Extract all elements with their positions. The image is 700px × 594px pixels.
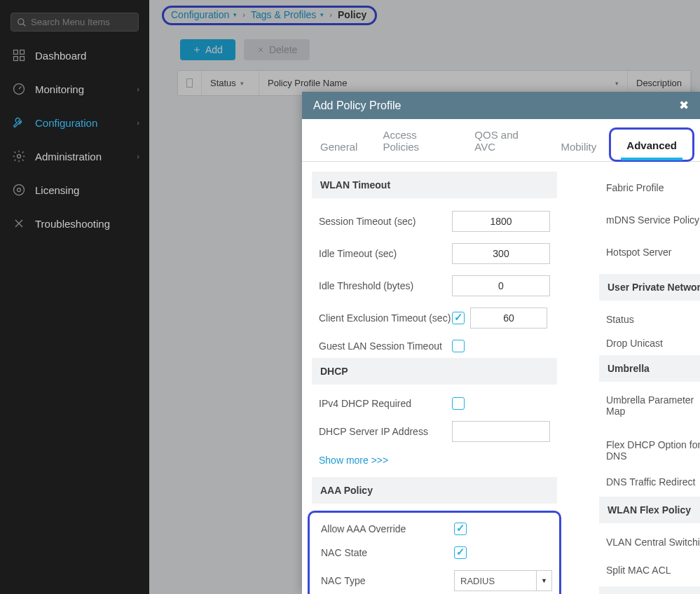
sidebar-item-label: Configuration [35, 117, 97, 129]
row-hotspot: Hotspot Server Search or Select▼ [599, 236, 700, 268]
section-flex-policy: WLAN Flex Policy [599, 497, 700, 523]
wrench-icon [11, 115, 27, 130]
sidebar-item-configuration[interactable]: Configuration › [0, 106, 149, 139]
guest-lan-label: Guest LAN Session Timeout [319, 340, 452, 352]
mdns-label: mDNS Service Policy [606, 214, 700, 226]
row-session-timeout: Session Timeout (sec) [312, 205, 557, 237]
flex-dhcp-label: Flex DHCP Option for DNS [606, 439, 700, 462]
section-upn: User Private Network [599, 274, 700, 301]
svg-point-0 [18, 18, 24, 24]
sidebar-item-label: Administration [35, 151, 102, 163]
chevron-right-icon: › [137, 85, 139, 93]
dns-redirect-label: DNS Traffic Redirect [606, 476, 700, 488]
idle-threshold-input[interactable] [452, 275, 550, 296]
tab-qos-avc[interactable]: QOS and AVC [462, 119, 548, 161]
sidebar-item-label: Dashboard [35, 50, 86, 62]
aaa-override-label: Allow AAA Override [321, 523, 454, 534]
sidebar-item-label: Troubleshooting [35, 218, 110, 230]
sidebar-item-label: Monitoring [35, 83, 84, 95]
row-dhcp-required: IPv4 DHCP Required [312, 392, 557, 415]
sidebar-item-dashboard[interactable]: Dashboard [0, 39, 149, 72]
chevron-right-icon: › [137, 118, 139, 127]
row-aaa-override: Allow AAA Override [314, 517, 555, 541]
row-mdns: mDNS Service Policy Search or Select▼ [599, 204, 700, 236]
sidebar: Dashboard Monitoring › Configuration › A… [0, 0, 149, 594]
idle-threshold-label: Idle Threshold (bytes) [319, 280, 452, 291]
modal-tabs: General Access Policies QOS and AVC Mobi… [302, 119, 700, 162]
nac-type-select[interactable]: RADIUS▼ [454, 570, 552, 591]
row-umbrella-map: Umbrella Parameter Map Not Configured▼ [599, 389, 700, 422]
session-timeout-input[interactable] [452, 211, 550, 232]
sidebar-search[interactable] [11, 13, 139, 32]
svg-rect-2 [14, 50, 18, 55]
row-upn-drop: Drop Unicast [599, 331, 700, 355]
right-column: Fabric Profile Search or Select▼ mDNS Se… [599, 172, 700, 580]
client-exclusion-input[interactable] [470, 308, 547, 329]
nac-type-label: NAC Type [321, 575, 454, 586]
show-more-link[interactable]: Show more >>> [312, 448, 557, 477]
sidebar-item-administration[interactable]: Administration › [0, 139, 149, 173]
section-umbrella: Umbrella [599, 355, 700, 382]
umbrella-map-label: Umbrella Parameter Map [606, 394, 700, 417]
hotspot-label: Hotspot Server [606, 247, 700, 258]
row-upn-status: Status [599, 308, 700, 331]
tab-general[interactable]: General [308, 131, 370, 161]
tab-advanced[interactable]: Advanced [614, 130, 689, 160]
svg-rect-3 [20, 50, 25, 55]
idle-timeout-input[interactable] [452, 243, 550, 264]
row-vlan-switching: VLAN Central Switching [599, 530, 700, 554]
nac-state-checkbox[interactable] [454, 546, 467, 559]
svg-rect-4 [14, 57, 18, 61]
tools-icon [11, 216, 27, 231]
tab-mobility[interactable]: Mobility [548, 131, 609, 161]
search-input[interactable] [31, 17, 132, 27]
tab-access-policies[interactable]: Access Policies [370, 119, 462, 161]
row-dns-redirect: DNS Traffic Redirect IGNORE [599, 467, 700, 497]
row-flex-dhcp: Flex DHCP Option for DNS ENABLED [599, 434, 700, 467]
umbrella-clear-link[interactable]: Clear [599, 421, 700, 431]
row-idle-timeout: Idle Timeout (sec) [312, 237, 557, 270]
dhcp-server-input[interactable] [452, 421, 550, 442]
dhcp-required-checkbox[interactable] [452, 397, 465, 410]
license-icon [11, 182, 27, 198]
sidebar-item-troubleshooting[interactable]: Troubleshooting [0, 207, 149, 240]
svg-point-8 [18, 155, 21, 158]
row-fabric-profile: Fabric Profile Search or Select▼ [599, 172, 700, 204]
row-split-mac: Split MAC ACL Search or Select▼ [599, 554, 700, 586]
svg-point-9 [14, 185, 25, 195]
vlan-switching-label: VLAN Central Switching [606, 537, 700, 548]
fabric-profile-label: Fabric Profile [606, 182, 700, 193]
gear-icon [11, 148, 27, 164]
close-button[interactable]: ✖ [679, 98, 689, 113]
section-wlan-timeout: WLAN Timeout [312, 172, 557, 198]
modal-title: Add Policy Profile [313, 99, 401, 112]
svg-line-1 [23, 23, 26, 26]
sidebar-item-label: Licensing [35, 184, 79, 196]
dhcp-required-label: IPv4 DHCP Required [319, 398, 452, 409]
row-nac-type: NAC Type RADIUS▼ [314, 565, 555, 594]
sidebar-item-licensing[interactable]: Licensing [0, 173, 149, 207]
row-idle-threshold: Idle Threshold (bytes) [312, 270, 557, 302]
aaa-highlight-box: Allow AAA Override NAC State NAC Type RA… [308, 511, 561, 594]
gauge-icon [11, 81, 27, 97]
main-area: Configuration▾ › Tags & Profiles▾ › Poli… [149, 0, 700, 594]
svg-line-7 [19, 87, 21, 89]
guest-lan-checkbox[interactable] [452, 340, 465, 352]
sidebar-item-monitoring[interactable]: Monitoring › [0, 72, 149, 106]
upn-status-label: Status [606, 314, 700, 325]
client-exclusion-checkbox[interactable] [452, 312, 465, 324]
svg-rect-5 [20, 57, 25, 61]
section-dhcp: DHCP [312, 358, 557, 385]
row-client-exclusion: Client Exclusion Timeout (sec) [312, 302, 557, 334]
modal: Add Policy Profile ✖ General Access Poli… [302, 92, 700, 594]
row-guest-lan-timeout: Guest LAN Session Timeout [312, 334, 557, 358]
section-atf: Air Time Fairness Policies [599, 586, 700, 594]
dhcp-server-label: DHCP Server IP Address [319, 426, 452, 437]
aaa-override-checkbox[interactable] [454, 523, 467, 535]
search-icon [17, 18, 27, 27]
chevron-right-icon: › [137, 152, 139, 160]
left-column: WLAN Timeout Session Timeout (sec) Idle … [312, 172, 557, 580]
chevron-down-icon: ▼ [536, 571, 551, 590]
client-exclusion-label: Client Exclusion Timeout (sec) [319, 312, 452, 324]
session-timeout-label: Session Timeout (sec) [319, 216, 452, 227]
